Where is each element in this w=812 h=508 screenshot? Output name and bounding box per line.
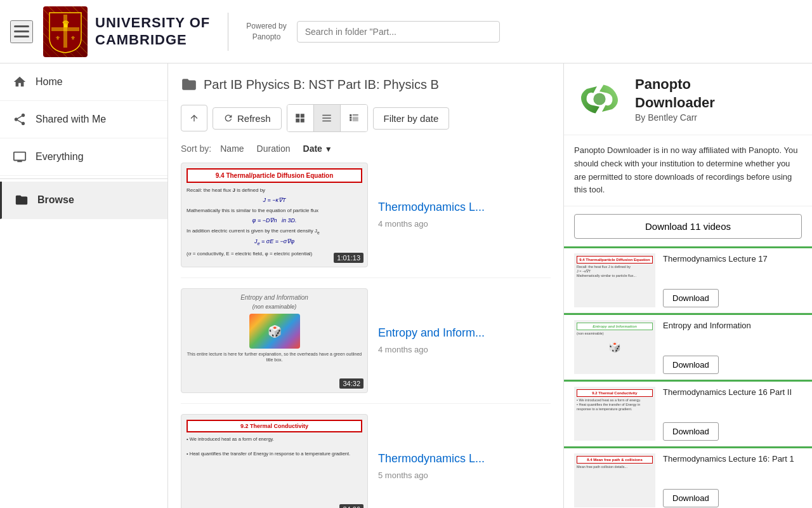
- coat-of-arms-icon: ♛ ⚜ ⚜: [43, 6, 88, 57]
- dl-info: Thermodynamics Lecture 16 Part II Downlo…: [663, 387, 802, 441]
- header-divider: [228, 13, 228, 51]
- university-name-line1: UNIVERSITY OF: [95, 15, 210, 31]
- download-button[interactable]: Download: [663, 289, 719, 307]
- folder-icon: [181, 76, 197, 93]
- grid-icon: [294, 112, 306, 124]
- sort-bar: Sort by: Name Duration Date ▼: [168, 140, 563, 163]
- thumb-body: Recall: the heat flux J is defined by J …: [187, 187, 362, 262]
- logo-area: ♛ ⚜ ⚜ UNIVERSITY OF CAMBRIDGE: [43, 6, 210, 57]
- dl-title: Thermodynamics Lecture 17: [663, 253, 802, 265]
- sidebar-item-everything-label: Everything: [36, 151, 84, 163]
- video-title-link[interactable]: Thermodynamics L...: [378, 452, 551, 465]
- toolbar: Refresh Filter by date: [168, 99, 563, 140]
- dl-title: Entropy and Information: [663, 320, 802, 331]
- video-info: Thermodynamics L... 5 months ago: [378, 452, 551, 481]
- sidebar-item-everything[interactable]: Everything: [0, 138, 167, 176]
- thumb3-title: 9.2 Thermal Conductivity: [187, 420, 362, 432]
- download-button[interactable]: Download: [663, 489, 719, 507]
- dl-info: Thermodynamics Lecture 16: Part 1 Downlo…: [663, 453, 802, 507]
- list-item: 9.4 Thermal/particle Diffusion Equation …: [564, 246, 812, 313]
- filter-date-button[interactable]: Filter by date: [373, 107, 450, 130]
- dl-thumb-inner: 8.4 Mean free path & collisions Mean fre…: [574, 453, 655, 507]
- sidebar-item-home[interactable]: Home: [0, 64, 167, 101]
- dl-thumb-title: 8.4 Mean free path & collisions: [577, 456, 653, 464]
- list-view-button[interactable]: [314, 105, 341, 131]
- video-thumbnail[interactable]: Entropy and Information (non examinable)…: [181, 288, 368, 393]
- thumb2-dice-image: 🎲: [249, 314, 300, 349]
- search-input[interactable]: [297, 21, 500, 43]
- svg-text:⚜: ⚜: [55, 35, 60, 41]
- thumb2-title: Entropy and Information: [187, 294, 362, 301]
- video-thumbnail[interactable]: 9.4 Thermal/particle Diffusion Equation …: [181, 163, 368, 267]
- panel-brand-text: Panopto Downloader By Bentley Carr: [635, 76, 715, 122]
- video-thumbnail[interactable]: 9.2 Thermal Conductivity • We introduced…: [181, 414, 368, 508]
- video-icon: [13, 150, 27, 164]
- video-title-link[interactable]: Thermodynamics L...: [378, 201, 551, 214]
- dl-thumb-inner: Entropy and Information (non examinable)…: [574, 320, 655, 374]
- right-panel: Panopto Downloader By Bentley Carr Panop…: [563, 64, 812, 508]
- sort-arrow-icon: ▼: [325, 145, 332, 154]
- thumb-content: 9.2 Thermal Conductivity • We introduced…: [181, 415, 367, 508]
- sidebar: Home Shared with Me Everything Browse: [0, 64, 168, 508]
- dl-info: Entropy and Information Download: [663, 320, 802, 374]
- dl-title: Thermodynamics Lecture 16 Part II: [663, 387, 802, 398]
- svg-point-5: [593, 93, 605, 105]
- refresh-label: Refresh: [237, 113, 271, 124]
- video-duration: 34:32: [339, 378, 363, 389]
- download-all-button[interactable]: Download 11 videos: [574, 214, 802, 239]
- filter-label: Filter by date: [384, 113, 439, 124]
- view-toggle-group: [287, 104, 368, 132]
- dl-thumb-text: Mean free path collision details...: [577, 465, 653, 469]
- download-button[interactable]: Download: [663, 422, 719, 441]
- sidebar-item-browse-label: Browse: [37, 194, 74, 206]
- sort-by-date[interactable]: Date ▼: [299, 142, 336, 155]
- dl-info: Thermodynamics Lecture 17 Download: [663, 253, 802, 307]
- thumb-content: Entropy and Information (non examinable)…: [181, 289, 367, 392]
- up-button[interactable]: [181, 105, 207, 131]
- menu-button[interactable]: [10, 20, 33, 43]
- dl-thumb-inner: 9.2 Thermal Conductivity • We introduced…: [574, 387, 655, 441]
- browse-folder-icon: [15, 193, 29, 207]
- powered-by-text: Powered by Panopto: [246, 21, 286, 43]
- sort-by-duration[interactable]: Duration: [253, 142, 294, 155]
- table-row: 9.4 Thermal/particle Diffusion Equation …: [181, 163, 551, 278]
- folder-header: Part IB Physics B: NST Part IB: Physics …: [168, 64, 563, 99]
- svg-text:♛: ♛: [62, 19, 70, 29]
- sort-by-name[interactable]: Name: [216, 142, 247, 155]
- folder-title: Part IB Physics B: NST Part IB: Physics …: [204, 77, 439, 92]
- refresh-button[interactable]: Refresh: [213, 107, 282, 130]
- detail-view-button[interactable]: [341, 105, 367, 131]
- dl-thumbnail: Entropy and Information (non examinable)…: [574, 320, 655, 374]
- table-row: 9.2 Thermal Conductivity • We introduced…: [181, 414, 551, 508]
- home-icon: [13, 75, 27, 89]
- sidebar-item-shared[interactable]: Shared with Me: [0, 101, 167, 138]
- thumb3-body: • We introduced heat as a form of energy…: [187, 436, 362, 457]
- video-duration: 34:06: [339, 504, 363, 508]
- video-age: 5 months ago: [378, 471, 428, 480]
- sidebar-item-shared-label: Shared with Me: [36, 114, 106, 125]
- panel-disclaimer: Panopto Downloader is in no way affiliat…: [564, 135, 812, 206]
- university-text: UNIVERSITY OF CAMBRIDGE: [95, 15, 210, 48]
- table-row: Entropy and Information (non examinable)…: [181, 288, 551, 404]
- sidebar-divider: [0, 178, 167, 179]
- dl-thumb-text: Recall: the heat flux J is defined byJ =…: [577, 265, 653, 278]
- dl-thumb-title: 9.4 Thermal/particle Diffusion Equation: [577, 256, 653, 264]
- list-item: 8.4 Mean free path & collisions Mean fre…: [564, 446, 812, 508]
- refresh-icon: [223, 113, 233, 123]
- thumb2-text: This entire lecture is here for further …: [187, 351, 362, 363]
- sort-by-label: Sort by:: [181, 144, 211, 154]
- video-duration: 1:01:13: [334, 253, 363, 263]
- sidebar-item-home-label: Home: [36, 76, 63, 88]
- dl-thumb-text: • We introduced heat as a form of energy…: [577, 398, 653, 411]
- grid-view-button[interactable]: [287, 105, 314, 131]
- dl-thumbnail: 9.4 Thermal/particle Diffusion Equation …: [574, 253, 655, 307]
- list-item: Entropy and Information (non examinable)…: [564, 313, 812, 380]
- thumb-content: 9.4 Thermal/particle Diffusion Equation …: [181, 163, 367, 267]
- download-button[interactable]: Download: [663, 356, 719, 374]
- video-title-link[interactable]: Entropy and Inform...: [378, 326, 551, 340]
- dl-thumb-title: Entropy and Information: [577, 323, 653, 330]
- share-icon: [13, 112, 27, 126]
- thumb2-subtitle: (non examinable): [187, 304, 362, 310]
- sidebar-item-browse[interactable]: Browse: [0, 182, 167, 219]
- dl-title: Thermodynamics Lecture 16: Part 1: [663, 453, 802, 465]
